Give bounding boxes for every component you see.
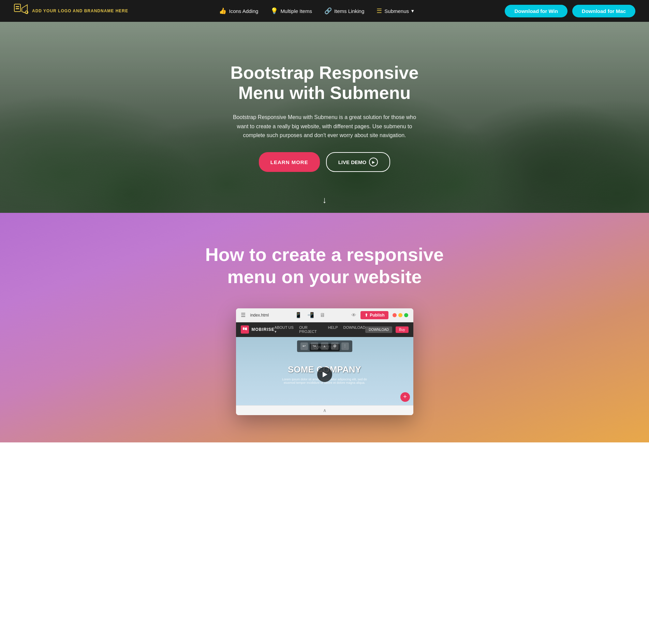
hero-section: Bootstrap Responsive Menu with Submenu B… — [0, 22, 649, 213]
logo-text: ADD YOUR LOGO AND BRANDNAME HERE — [32, 9, 128, 13]
editor-tool-5[interactable]: ⋮ — [341, 342, 349, 350]
app-titlebar-left: ☰ index.html — [241, 312, 269, 318]
app-bottom-bar: ∧ — [236, 405, 413, 415]
section2-title: How to create a responsive menu on your … — [205, 244, 444, 288]
app-preview-wrapper: ☰ index.html 📱 📲 🖥 👁 ⬆ Publish — [236, 308, 413, 415]
publish-button[interactable]: ⬆ Publish — [360, 311, 388, 319]
svg-marker-5 — [245, 327, 247, 330]
editor-tool-3[interactable]: + — [321, 342, 328, 350]
learn-more-button[interactable]: LEARN MORE — [259, 152, 320, 172]
logo-icon — [14, 3, 29, 18]
app-hero-section: ↩ ↪ + ⚙ ⋮ CONTACT US SOME COMPANY Lorem … — [236, 337, 413, 405]
upload-icon: ⬆ — [365, 313, 368, 318]
mobirise-logo-icon — [242, 327, 247, 332]
multiple-items-icon: 💡 — [270, 7, 278, 15]
svg-rect-4 — [243, 327, 245, 330]
multiple-items-label: Multiple Items — [280, 8, 312, 14]
hero-description: Bootstrap Responsive Menu with Submenu i… — [229, 113, 420, 140]
submenus-icon: ☰ — [377, 7, 382, 15]
app-hamburger-icon[interactable]: ☰ — [241, 312, 246, 318]
play-triangle-icon — [323, 372, 327, 377]
tablet-device-icon[interactable]: 📲 — [307, 312, 314, 318]
app-inner-brand: MOBIRISE — [241, 325, 275, 334]
svg-rect-2 — [16, 8, 19, 9]
app-editor-toolbar: ↩ ↪ + ⚙ ⋮ — [297, 340, 352, 352]
svg-rect-1 — [16, 6, 19, 7]
editor-tool-2[interactable]: ↪ — [311, 342, 318, 350]
app-editor-area: ↩ ↪ + ⚙ ⋮ CONTACT US SOME COMPANY Lorem … — [236, 337, 413, 405]
scroll-up-icon[interactable]: ∧ — [323, 408, 326, 413]
app-inner-brand-icon — [241, 325, 249, 334]
svg-rect-0 — [14, 4, 20, 12]
download-win-button[interactable]: Download for Win — [505, 5, 567, 17]
nav-item-items-linking[interactable]: 🔗 Items Linking — [324, 7, 364, 15]
editor-tool-4[interactable]: ⚙ — [331, 342, 339, 350]
maximize-traffic-light[interactable] — [404, 313, 408, 317]
hero-title: Bootstrap Responsive Menu with Submenu — [229, 63, 420, 104]
live-demo-label: LIVE DEMO — [338, 159, 367, 165]
items-linking-label: Items Linking — [334, 8, 364, 14]
app-add-section-button[interactable]: + — [400, 392, 410, 402]
app-download-button[interactable]: DOWNLOAD — [365, 326, 392, 333]
section2: How to create a responsive menu on your … — [0, 213, 649, 442]
app-preview: ☰ index.html 📱 📲 🖥 👁 ⬆ Publish — [236, 308, 413, 415]
submenus-label: Submenus — [384, 8, 409, 14]
icons-adding-label: Icons Adding — [229, 8, 258, 14]
nav-right: Download for Win Download for Mac — [505, 5, 635, 17]
app-play-button[interactable] — [317, 367, 332, 382]
nav-item-icons-adding[interactable]: 👍 Icons Adding — [219, 7, 258, 15]
app-inner-navbar: MOBIRISE ABOUT US ▾ OUR PROJECT HELP DOW… — [236, 322, 413, 337]
mobile-device-icon[interactable]: 📱 — [295, 312, 302, 318]
publish-label: Publish — [370, 313, 384, 318]
nav-center: 👍 Icons Adding 💡 Multiple Items 🔗 Items … — [219, 7, 414, 15]
nav-download-link[interactable]: DOWNLOAD — [343, 325, 366, 334]
hero-buttons: LEARN MORE LIVE DEMO ▶ — [229, 152, 420, 172]
play-circle-icon: ▶ — [369, 158, 378, 166]
hero-content: Bootstrap Responsive Menu with Submenu B… — [229, 63, 420, 172]
app-inner-brand-text: MOBIRISE — [252, 327, 275, 332]
app-titlebar-center: 📱 📲 🖥 — [295, 312, 325, 318]
nav-item-submenus[interactable]: ☰ Submenus ▾ — [377, 7, 414, 15]
app-filename: index.html — [250, 313, 269, 318]
scroll-down-arrow[interactable]: ↓ — [322, 195, 327, 205]
nav-about-link[interactable]: ABOUT US ▾ — [275, 325, 294, 334]
traffic-lights — [393, 313, 408, 317]
app-buy-button[interactable]: Buy — [396, 326, 408, 333]
app-inner-nav-links: ABOUT US ▾ OUR PROJECT HELP DOWNLOAD — [275, 325, 366, 334]
navbar: ADD YOUR LOGO AND BRANDNAME HERE 👍 Icons… — [0, 0, 649, 22]
nav-item-multiple-items[interactable]: 💡 Multiple Items — [270, 7, 312, 15]
minimize-traffic-light[interactable] — [398, 313, 402, 317]
preview-eye-icon[interactable]: 👁 — [351, 312, 356, 318]
close-traffic-light[interactable] — [393, 313, 397, 317]
nav-project-link[interactable]: OUR PROJECT — [299, 325, 322, 334]
nav-logo[interactable]: ADD YOUR LOGO AND BRANDNAME HERE — [14, 3, 128, 18]
app-inner-nav-right: DOWNLOAD Buy — [365, 326, 408, 333]
items-linking-icon: 🔗 — [324, 7, 332, 15]
editor-tool-1[interactable]: ↩ — [300, 342, 308, 350]
live-demo-button[interactable]: LIVE DEMO ▶ — [326, 152, 390, 172]
desktop-device-icon[interactable]: 🖥 — [320, 312, 325, 318]
nav-help-link[interactable]: HELP — [328, 325, 338, 334]
download-mac-button[interactable]: Download for Mac — [572, 5, 635, 17]
app-titlebar-right: 👁 ⬆ Publish — [351, 311, 408, 319]
icons-adding-icon: 👍 — [219, 7, 226, 15]
app-titlebar: ☰ index.html 📱 📲 🖥 👁 ⬆ Publish — [236, 308, 413, 322]
chevron-down-icon: ▾ — [411, 8, 414, 14]
